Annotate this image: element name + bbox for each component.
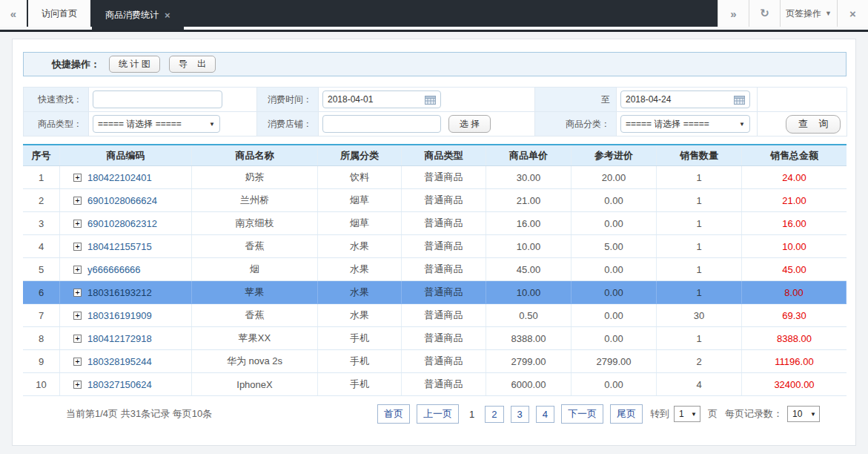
cell-price: 10.00 xyxy=(486,235,572,257)
chevron-down-icon: ▼ xyxy=(810,411,816,418)
page-number-button[interactable]: 3 xyxy=(511,406,529,423)
per-page-label: 每页记录数： xyxy=(725,407,783,421)
cell-code: +180316191909 xyxy=(60,304,192,326)
consume-shop-input[interactable] xyxy=(322,115,441,133)
cell-name: 苹果XX xyxy=(192,327,318,349)
quick-search-input[interactable] xyxy=(93,91,222,108)
product-code-link[interactable]: 180412155715 xyxy=(87,241,152,252)
product-consumption-table: 序号商品编码商品名称所属分类商品类型商品单价参考进价销售数量销售总金额 1+18… xyxy=(23,144,847,396)
cell-price: 0.50 xyxy=(486,304,572,326)
cell-total: 21.00 xyxy=(742,189,847,211)
table-row[interactable]: 3+6901028062312南京细枝烟草普通商品16.000.00116.00 xyxy=(23,212,847,235)
cell-total: 8.00 xyxy=(742,281,847,303)
export-button[interactable]: 导 出 xyxy=(169,56,216,73)
table-row[interactable]: 9+180328195244华为 nova 2s手机普通商品2799.00279… xyxy=(23,350,847,373)
cell-type: 普通商品 xyxy=(402,373,486,395)
consume-time-label: 消费时间： xyxy=(257,88,319,112)
expand-row-icon[interactable]: + xyxy=(73,381,82,389)
table-row[interactable]: 1+180422102401奶茶饮料普通商品30.0020.00124.00 xyxy=(23,166,847,189)
goto-page-value: 1 xyxy=(679,409,684,419)
table-row[interactable]: 2+6901028066624兰州桥烟草普通商品21.000.00121.00 xyxy=(23,189,847,212)
chevron-down-icon: ▼ xyxy=(209,121,215,128)
expand-row-icon[interactable]: + xyxy=(73,174,82,182)
cell-name: IphoneX xyxy=(192,373,318,395)
product-code-link[interactable]: 180412172918 xyxy=(87,333,152,344)
cell-code: +180412172918 xyxy=(60,327,192,349)
cell-category: 手机 xyxy=(318,373,402,395)
date-from-input[interactable]: 2018-04-01 xyxy=(322,91,441,108)
table-row[interactable]: 8+180412172918苹果XX手机普通商品8388.000.0018388… xyxy=(23,327,847,350)
cell-category: 水果 xyxy=(318,281,402,303)
table-row[interactable]: 5+y666666666烟水果普通商品45.000.00145.00 xyxy=(23,258,847,281)
expand-row-icon[interactable]: + xyxy=(73,197,82,205)
column-header: 商品单价 xyxy=(486,145,572,165)
cell-qty: 1 xyxy=(657,258,742,280)
scroll-tabs-right-button[interactable]: » xyxy=(718,0,749,27)
product-code-link[interactable]: 6901028062312 xyxy=(87,218,157,229)
product-category-select[interactable]: ===== 请选择 ===== ▼ xyxy=(620,115,750,133)
table-row[interactable]: 6+180316193212苹果水果普通商品10.000.0018.00 xyxy=(23,281,847,304)
product-code-link[interactable]: 180316193212 xyxy=(87,287,152,298)
statistics-chart-button[interactable]: 统 计 图 xyxy=(109,56,160,73)
column-header: 序号 xyxy=(23,145,60,165)
cell-category: 水果 xyxy=(318,235,402,257)
cell-name: 奶茶 xyxy=(192,166,318,188)
cell-qty: 2 xyxy=(657,350,742,372)
expand-row-icon[interactable]: + xyxy=(73,358,82,366)
product-code-link[interactable]: 6901028066624 xyxy=(87,195,157,206)
product-code-link[interactable]: 180316191909 xyxy=(87,310,152,321)
table-row[interactable]: 10+180327150624IphoneX手机普通商品6000.000.004… xyxy=(23,373,847,396)
cell-name: 华为 nova 2s xyxy=(192,350,318,372)
cell-category: 烟草 xyxy=(318,189,402,211)
cell-category: 手机 xyxy=(318,327,402,349)
refresh-tab-button[interactable]: ↻ xyxy=(749,0,780,27)
product-code-link[interactable]: 180327150624 xyxy=(87,379,152,390)
page-number-button[interactable]: 4 xyxy=(536,406,554,423)
table-row[interactable]: 4+180412155715香蕉水果普通商品10.005.00110.00 xyxy=(23,235,847,258)
per-page-select[interactable]: 10 ▼ xyxy=(787,406,820,422)
prev-page-button[interactable]: 上一页 xyxy=(417,404,459,424)
goto-label: 转到 xyxy=(650,407,669,421)
tab-product-consumption-stats[interactable]: 商品消费统计 × xyxy=(92,0,184,30)
column-header: 参考进价 xyxy=(572,145,657,165)
expand-row-icon[interactable]: + xyxy=(73,243,82,251)
chevron-down-icon: ▼ xyxy=(739,121,745,128)
product-code-link[interactable]: 180422102401 xyxy=(87,172,152,183)
page-number-button[interactable]: 2 xyxy=(485,406,503,423)
cell-name: 香蕉 xyxy=(192,235,318,257)
cell-no: 1 xyxy=(23,166,60,188)
cell-code: +6901028062312 xyxy=(60,212,192,234)
cell-total: 16.00 xyxy=(742,212,847,234)
expand-row-icon[interactable]: + xyxy=(73,289,82,297)
goto-page-select[interactable]: 1 ▼ xyxy=(674,406,700,422)
cell-total: 8388.00 xyxy=(742,327,847,349)
product-type-select[interactable]: ===== 请选择 ===== ▼ xyxy=(93,115,220,133)
choose-shop-button[interactable]: 选 择 xyxy=(448,115,491,133)
first-page-button[interactable]: 首页 xyxy=(377,404,410,424)
expand-row-icon[interactable]: + xyxy=(73,220,82,228)
date-to-input[interactable]: 2018-04-24 xyxy=(620,91,750,108)
cell-no: 8 xyxy=(23,327,60,349)
tab-bar: « 访问首页 商品消费统计 × » ↻ 页签操作 ▼ × xyxy=(0,0,868,32)
cell-no: 5 xyxy=(23,258,60,280)
table-row[interactable]: 7+180316191909香蕉水果普通商品0.500.003069.30 xyxy=(23,304,847,327)
cell-category: 水果 xyxy=(318,304,402,326)
close-tabs-button[interactable]: × xyxy=(837,0,868,27)
expand-row-icon[interactable]: + xyxy=(73,335,82,343)
tab-operations-dropdown[interactable]: 页签操作 ▼ xyxy=(780,0,837,27)
expand-row-icon[interactable]: + xyxy=(73,266,82,274)
cell-no: 10 xyxy=(23,373,60,395)
product-code-link[interactable]: y666666666 xyxy=(87,264,141,275)
cell-ref_price: 20.00 xyxy=(572,166,657,188)
product-code-link[interactable]: 180328195244 xyxy=(87,356,152,367)
collapse-tabs-left-button[interactable]: « xyxy=(0,0,28,27)
last-page-button[interactable]: 尾页 xyxy=(610,404,643,424)
expand-row-icon[interactable]: + xyxy=(73,312,82,320)
tab-close-icon[interactable]: × xyxy=(165,10,170,21)
next-page-button[interactable]: 下一页 xyxy=(561,404,603,424)
cell-no: 3 xyxy=(23,212,60,234)
table-body: 1+180422102401奶茶饮料普通商品30.0020.00124.002+… xyxy=(23,166,847,396)
query-button[interactable]: 查 询 xyxy=(786,115,841,134)
tab-home[interactable]: 访问首页 xyxy=(28,0,92,27)
close-icon: × xyxy=(849,7,856,20)
